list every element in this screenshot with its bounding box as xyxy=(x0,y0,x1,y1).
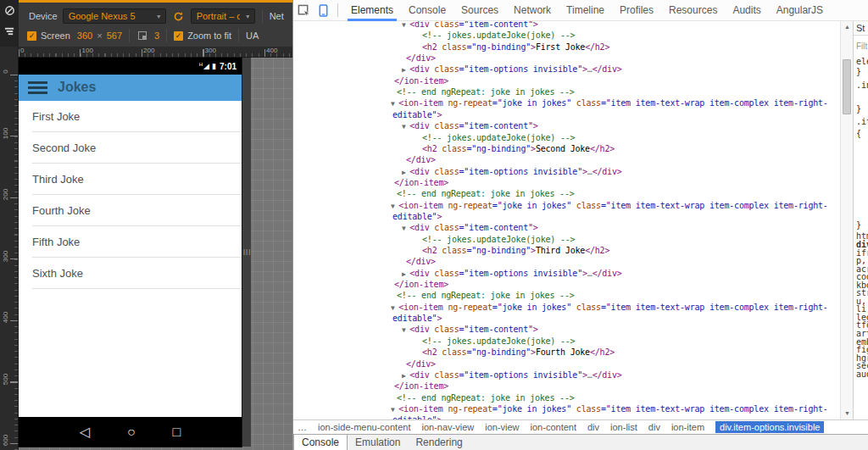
tab-network[interactable]: Network xyxy=(514,0,551,21)
code-line[interactable]: ▼ <div class="item-content"> xyxy=(293,324,840,335)
code-line[interactable]: ▶ <div class="item-options invisible">…<… xyxy=(293,166,840,177)
tab-elements[interactable]: Elements xyxy=(351,0,393,21)
back-icon[interactable]: ◁ xyxy=(80,424,90,440)
styles-tab-label[interactable]: St xyxy=(854,21,868,36)
joke-list-item[interactable]: Fifth Joke xyxy=(19,226,242,258)
expand-arrow-icon[interactable]: ▼ xyxy=(402,225,409,232)
drawer-tab-rendering[interactable]: Rendering xyxy=(408,435,470,450)
tab-profiles[interactable]: Profiles xyxy=(620,0,654,21)
scroll-up-icon[interactable]: ▲ xyxy=(841,21,854,33)
code-line[interactable]: ▼ <ion-item ng-repeat="joke in jokes" cl… xyxy=(293,403,840,414)
expand-arrow-icon[interactable]: ▶ xyxy=(402,270,409,278)
code-line[interactable]: <h2 class="ng-binding">Second Joke</h2> xyxy=(293,143,840,154)
style-rule-fragment[interactable]: } xyxy=(856,68,861,76)
resize-handle[interactable]: ||| xyxy=(243,247,251,255)
tab-sources[interactable]: Sources xyxy=(461,0,498,21)
style-rule-fragment[interactable]: ele xyxy=(856,58,868,66)
drawer-tab-console[interactable]: Console xyxy=(293,435,348,450)
drawer-tab-emulation[interactable]: Emulation xyxy=(348,435,408,450)
expand-arrow-icon[interactable]: ▼ xyxy=(402,21,409,29)
breadcrumb-item[interactable]: ion-nav-view xyxy=(421,422,474,432)
tab-angularjs[interactable]: AngularJS xyxy=(776,0,823,21)
code-line[interactable]: <!-- end ngRepeat: joke in jokes --> xyxy=(293,290,840,301)
style-rule-fragment[interactable]: Filt xyxy=(856,42,867,51)
code-line[interactable]: ▶ <div class="item-options invisible">…<… xyxy=(293,268,840,279)
expand-arrow-icon[interactable]: ▼ xyxy=(402,123,409,131)
screen-height-value[interactable]: 567 xyxy=(107,31,122,41)
style-rule-fragment[interactable]: aud xyxy=(856,370,868,379)
code-line[interactable]: ▶ <div class="item-options invisible">…<… xyxy=(293,369,840,381)
joke-list-item[interactable]: First Joke xyxy=(19,101,242,132)
code-line[interactable]: ▼ <ion-item ng-repeat="joke in jokes" cl… xyxy=(293,302,840,313)
code-line[interactable]: editable"> xyxy=(293,313,840,324)
breadcrumb-item-selected[interactable]: div.item-options.invisible xyxy=(715,421,824,433)
code-line[interactable]: </ion-item> xyxy=(293,75,840,86)
code-line[interactable]: ▼ <div class="item-content"> xyxy=(293,222,840,233)
breadcrumb-item[interactable]: div xyxy=(587,422,599,432)
code-line[interactable]: </div> xyxy=(293,53,840,64)
code-line[interactable]: </div> xyxy=(293,154,840,165)
breadcrumb-item[interactable]: ion-side-menu-content xyxy=(318,422,410,432)
code-line[interactable]: <!-- end ngRepeat: joke in jokes --> xyxy=(293,392,840,403)
code-line[interactable]: <!-- jokes.updateJoke(joke) --> xyxy=(293,234,840,245)
style-rule-fragment[interactable]: .in xyxy=(856,81,868,90)
joke-list-item[interactable]: Second Joke xyxy=(19,132,242,164)
device-select[interactable]: Google Nexus 5 ▼ xyxy=(63,8,166,24)
code-line[interactable]: <!-- jokes.updateJoke(joke) --> xyxy=(293,336,840,347)
breadcrumb-item[interactable]: div xyxy=(648,422,660,432)
code-line[interactable]: ▼ <div class="item-content"> xyxy=(293,21,840,30)
device-mode-icon[interactable] xyxy=(319,4,328,17)
scrollbar-thumb[interactable] xyxy=(843,59,851,114)
zoom-to-fit-checkbox[interactable]: ✓ xyxy=(174,31,183,41)
tab-console[interactable]: Console xyxy=(409,0,446,21)
refresh-icon[interactable] xyxy=(173,11,184,22)
joke-list-item[interactable]: Fourth Joke xyxy=(19,195,242,226)
code-line[interactable]: </ion-item> xyxy=(293,279,840,290)
style-rule-fragment[interactable]: } xyxy=(856,105,861,114)
inspect-element-icon[interactable] xyxy=(298,4,310,17)
code-line[interactable]: <!-- end ngRepeat: joke in jokes --> xyxy=(293,188,840,199)
code-line[interactable]: editable"> xyxy=(293,109,840,120)
expand-arrow-icon[interactable]: ▼ xyxy=(391,406,398,414)
expand-arrow-icon[interactable]: ▼ xyxy=(391,100,398,108)
code-line[interactable]: editable"> xyxy=(293,211,840,222)
code-line[interactable]: <h2 class="ng-binding">First Joke</h2> xyxy=(293,42,840,53)
breadcrumb-item[interactable]: ion-item xyxy=(671,422,704,432)
tab-resources[interactable]: Resources xyxy=(669,0,717,21)
breadcrumb-item[interactable]: ion-view xyxy=(485,422,519,432)
joke-list-item[interactable]: Sixth Joke xyxy=(19,258,242,289)
screen-checkbox[interactable]: ✓ xyxy=(27,31,36,41)
elements-scrollbar[interactable]: ▲ ▼ xyxy=(840,21,853,419)
expand-arrow-icon[interactable]: ▼ xyxy=(391,304,398,312)
code-line[interactable]: <h2 class="ng-binding">Fourth Joke</h2> xyxy=(293,347,840,358)
breadcrumb-item[interactable]: ion-content xyxy=(531,422,576,432)
style-rule-fragment[interactable]: { xyxy=(856,130,861,138)
breadcrumb-item[interactable]: … xyxy=(298,422,307,432)
expand-arrow-icon[interactable]: ▶ xyxy=(402,169,409,176)
expand-arrow-icon[interactable]: ▶ xyxy=(402,66,409,74)
home-icon[interactable]: ○ xyxy=(127,425,136,440)
code-line[interactable]: <!-- end ngRepeat: joke in jokes --> xyxy=(293,86,840,97)
code-line[interactable]: ▼ <div class="item-content"> xyxy=(293,120,840,131)
code-line[interactable]: </div> xyxy=(293,358,840,369)
code-line[interactable]: <!-- jokes.updateJoke(joke) --> xyxy=(293,132,840,143)
expand-arrow-icon[interactable]: ▶ xyxy=(402,372,409,380)
code-line[interactable]: ▶ <div class="item-options invisible">…<… xyxy=(293,64,840,75)
expand-arrow-icon[interactable]: ▼ xyxy=(391,203,398,210)
code-line[interactable]: <h2 class="ng-binding">Third Joke</h2> xyxy=(293,245,840,256)
tab-timeline[interactable]: Timeline xyxy=(566,0,604,21)
screen-width-value[interactable]: 360 xyxy=(77,31,92,41)
code-line[interactable]: </ion-item> xyxy=(293,177,840,188)
tab-audits[interactable]: Audits xyxy=(732,0,760,21)
menu-icon[interactable] xyxy=(28,81,47,94)
code-line[interactable]: </div> xyxy=(293,256,840,267)
breadcrumb-item[interactable]: ion-list xyxy=(610,422,637,432)
block-requests-icon[interactable] xyxy=(0,0,19,20)
style-rule-fragment[interactable]: .it xyxy=(856,118,868,126)
scroll-down-icon[interactable]: ▼ xyxy=(841,408,854,419)
dpr-value[interactable]: 3 xyxy=(154,31,159,41)
network-throttle-icon[interactable] xyxy=(0,20,19,41)
style-rule-fragment[interactable]: } xyxy=(856,221,861,230)
orientation-select[interactable]: Portrait – c ▼ xyxy=(191,8,255,24)
joke-list-item[interactable]: Third Joke xyxy=(19,164,242,195)
